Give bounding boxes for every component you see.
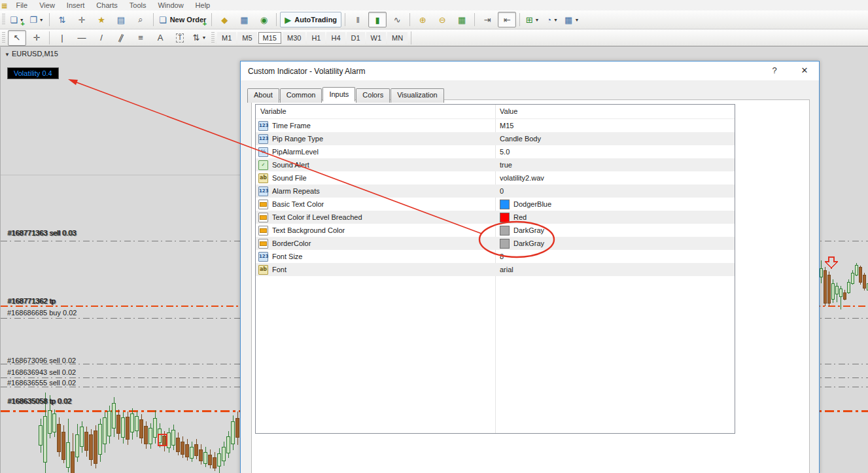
- strategy-tester-button[interactable]: ⌕: [131, 12, 150, 27]
- vertical-line-tool[interactable]: |: [53, 30, 71, 46]
- collapse-triangle-icon[interactable]: ▼: [5, 52, 10, 58]
- market-button[interactable]: ◆: [215, 12, 234, 27]
- table-row[interactable]: 123Font Size8: [256, 250, 735, 263]
- menu-item-help[interactable]: Help: [190, 1, 217, 10]
- value-cell[interactable]: 0: [495, 184, 735, 198]
- toolbar-separator: [153, 13, 154, 26]
- value-cell[interactable]: arial: [495, 263, 735, 276]
- market-watch-button[interactable]: ⇅: [53, 12, 71, 27]
- tab-about[interactable]: About: [247, 88, 279, 103]
- table-row[interactable]: ✓Sound Alerttrue: [256, 158, 735, 171]
- close-icon[interactable]: ✕: [798, 65, 811, 77]
- table-row[interactable]: 123Pip Range TypeCandle Body: [256, 132, 735, 145]
- market-watch-icon: ⇅: [59, 15, 66, 25]
- parameters-table[interactable]: Variable Value 123Time FrameM15123Pip Ra…: [255, 104, 735, 434]
- table-row[interactable]: Basic Text ColorDodgerBlue: [256, 198, 735, 211]
- toolbar-separator: [211, 13, 212, 26]
- bar-chart-button[interactable]: ‖: [349, 12, 367, 27]
- fibonacci-tool[interactable]: ≡: [131, 30, 150, 46]
- timeframe-button-w1[interactable]: W1: [366, 32, 387, 44]
- metaeditor-button[interactable]: ▦: [235, 12, 253, 27]
- value-cell[interactable]: DarkGray: [495, 224, 735, 237]
- candle-body: [71, 451, 75, 473]
- timeframe-button-m5[interactable]: M5: [237, 32, 256, 44]
- timeframe-button-m15[interactable]: M15: [258, 32, 281, 44]
- label-tool[interactable]: T: [171, 30, 189, 46]
- horizontal-line-tool[interactable]: —: [73, 30, 91, 46]
- menu-item-file[interactable]: File: [10, 1, 33, 10]
- value-cell[interactable]: true: [495, 158, 735, 171]
- arrows-tool[interactable]: ⇅▼: [190, 30, 209, 46]
- table-row[interactable]: 123Alarm Repeats0: [256, 184, 735, 198]
- data-window-button[interactable]: ✛: [73, 12, 91, 27]
- templates-button[interactable]: ▦▼: [563, 12, 581, 27]
- terminal-button[interactable]: ▤: [112, 12, 130, 27]
- tab-visualization[interactable]: Visualization: [391, 88, 444, 103]
- new-chart-button[interactable]: ❏+▼: [8, 12, 26, 27]
- param-type-color-icon: [258, 200, 268, 209]
- candle-body: [99, 424, 102, 454]
- tab-inputs[interactable]: Inputs: [322, 87, 355, 101]
- channel-tool[interactable]: ∥: [112, 30, 130, 46]
- table-row[interactable]: abFontarial: [256, 263, 735, 276]
- timeframe-button-d1[interactable]: D1: [347, 32, 365, 44]
- dialog-body: AboutCommonInputsColorsVisualization Var…: [241, 81, 819, 473]
- profiles-button[interactable]: ❐▼: [27, 12, 46, 27]
- trendline-tool[interactable]: /: [92, 30, 111, 46]
- timeframe-button-mn[interactable]: MN: [387, 32, 408, 44]
- table-row[interactable]: Text Background ColorDarkGray: [256, 224, 735, 237]
- param-value: 0: [500, 187, 504, 195]
- candle-body: [80, 427, 84, 446]
- value-cell[interactable]: volatility2.wav: [495, 171, 735, 184]
- navigator-button[interactable]: ★: [92, 12, 111, 27]
- zoom-out-button[interactable]: ⊖: [433, 12, 451, 27]
- table-row[interactable]: ½PipAlarmLevel5.0: [256, 145, 735, 158]
- chart-shift-button[interactable]: ⇤: [498, 12, 516, 27]
- value-cell[interactable]: Candle Body: [495, 132, 735, 145]
- param-name: Font Size: [272, 253, 302, 260]
- value-cell[interactable]: M15: [495, 119, 735, 132]
- timeframe-button-m1[interactable]: M1: [217, 32, 236, 44]
- param-type-color-icon: [258, 226, 268, 236]
- table-row[interactable]: 123Time FrameM15: [256, 119, 735, 132]
- autotrading-button[interactable]: ▶AutoTrading: [280, 12, 341, 27]
- tab-common[interactable]: Common: [280, 88, 322, 103]
- candle-body: [131, 413, 134, 432]
- text-tool[interactable]: A: [151, 30, 169, 46]
- line-chart-button[interactable]: ∿: [388, 12, 406, 27]
- fibonacci-icon: ≡: [138, 33, 143, 43]
- menu-item-tools[interactable]: Tools: [124, 1, 152, 10]
- value-cell[interactable]: 8: [495, 250, 735, 263]
- value-cell[interactable]: 5.0: [495, 145, 735, 158]
- cursor-tool[interactable]: ↖: [8, 30, 26, 46]
- timeframe-button-m30[interactable]: M30: [283, 32, 305, 44]
- inputs-tab-panel: Variable Value 123Time FrameM15123Pip Ra…: [251, 99, 810, 473]
- indicators-button[interactable]: ⊞▼: [523, 12, 542, 27]
- signals-button[interactable]: ◉: [254, 12, 273, 27]
- timeframe-button-h4[interactable]: H4: [326, 32, 345, 44]
- tab-colors[interactable]: Colors: [356, 88, 390, 103]
- menu-item-charts[interactable]: Charts: [90, 1, 123, 10]
- table-row[interactable]: abSound Filevolatility2.wav: [256, 171, 735, 184]
- chart-symbol-label: ▼EURUSD,M15: [5, 50, 58, 58]
- candlestick-chart-button[interactable]: ▮: [368, 12, 387, 27]
- menu-item-window[interactable]: Window: [152, 1, 189, 10]
- help-button[interactable]: ?: [768, 65, 781, 77]
- value-cell[interactable]: DarkGray: [495, 237, 735, 250]
- timeframe-button-h1[interactable]: H1: [307, 32, 325, 44]
- candle-body: [218, 453, 221, 466]
- value-cell[interactable]: DodgerBlue: [495, 198, 735, 211]
- value-cell[interactable]: Red: [495, 211, 735, 224]
- dialog-title-bar[interactable]: Custom Indicator - Volatility Alarm: [241, 61, 819, 81]
- menu-item-insert[interactable]: Insert: [61, 1, 91, 10]
- menu-item-view[interactable]: View: [33, 1, 61, 10]
- periods-button[interactable]: ◔▼: [543, 12, 561, 27]
- crosshair-tool[interactable]: ✛: [27, 30, 46, 46]
- tile-windows-button[interactable]: ▦: [453, 12, 471, 27]
- candle-body: [67, 442, 70, 467]
- new-order-button[interactable]: ❏+New Order: [157, 12, 208, 27]
- table-row[interactable]: Text Color if Level BreachedRed: [256, 211, 735, 224]
- auto-scroll-button[interactable]: ⇥: [478, 12, 496, 27]
- zoom-in-button[interactable]: ⊕: [413, 12, 432, 27]
- table-row[interactable]: BorderColorDarkGray: [256, 237, 735, 250]
